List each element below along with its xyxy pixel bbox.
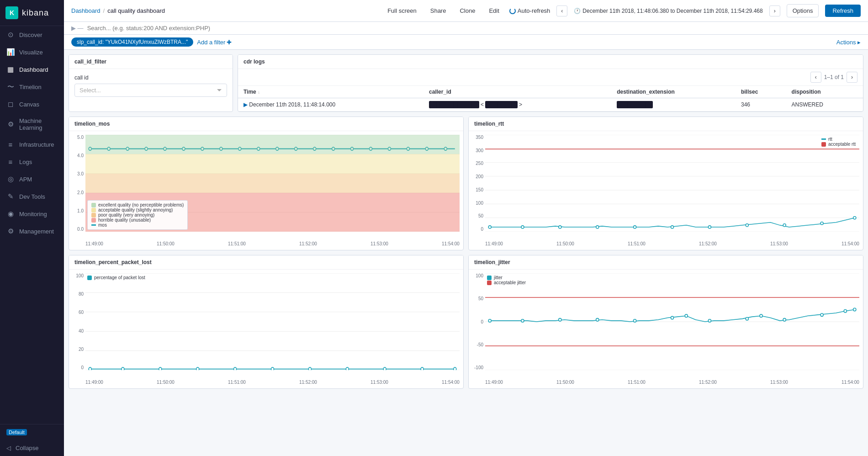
sidebar-item-discover[interactable]: ⊙ Discover — [0, 26, 64, 43]
pkt-x-3: 11:51:00 — [228, 380, 246, 385]
sidebar-item-management[interactable]: ⚙ Management — [0, 223, 64, 240]
refresh-button[interactable]: Refresh — [825, 5, 861, 17]
clock-icon: 🕐 — [574, 8, 581, 14]
add-filter-button[interactable]: Add a filter ✚ — [197, 39, 232, 46]
sidebar-item-devtools[interactable]: ✎ Dev Tools — [0, 188, 64, 205]
cdr-col-time[interactable]: Time ↓ — [238, 86, 423, 98]
svg-point-45 — [853, 217, 856, 219]
y-label-50: 5.0 — [71, 135, 84, 140]
caller-id-redacted: ████████████ — [429, 101, 479, 108]
sidebar: K kibana ⊙ Discover 📊 Visualize ▦ Dashbo… — [0, 0, 64, 456]
sidebar-item-timelion[interactable]: 〜 Timelion — [0, 78, 64, 95]
sidebar-item-dashboard[interactable]: ▦ Dashboard — [0, 61, 64, 78]
clone-button[interactable]: Clone — [456, 5, 479, 16]
next-time-button[interactable]: › — [769, 5, 780, 16]
svg-point-54 — [159, 367, 162, 370]
logs-icon: ≡ — [6, 158, 15, 166]
sidebar-item-visualize[interactable]: 📊 Visualize — [0, 43, 64, 61]
prev-time-button[interactable]: ‹ — [556, 5, 567, 16]
call-id-select[interactable]: Select... — [74, 84, 227, 97]
cdr-col-dest[interactable]: destination_extension — [611, 86, 736, 98]
pkt-y-20: 20 — [71, 347, 84, 352]
discover-icon: ⊙ — [6, 31, 15, 39]
svg-point-40 — [671, 226, 673, 228]
timelion-jitter-panel: timelion_jitter 100 50 0 -50 -100 — [468, 255, 863, 389]
cdr-prev-button[interactable]: ‹ — [810, 72, 821, 83]
cdr-col-caller[interactable]: caller_id — [423, 86, 611, 98]
sidebar-item-label: Management — [19, 228, 54, 235]
pkt-y-60: 60 — [71, 310, 84, 315]
edit-button[interactable]: Edit — [485, 5, 503, 16]
svg-point-39 — [634, 226, 636, 228]
jitter-x-6: 11:54:00 — [842, 380, 859, 385]
jitter-legend-jitter: jitter — [487, 275, 526, 280]
breadcrumb-parent[interactable]: Dashboard — [71, 7, 101, 14]
jitter-y-100: 100 — [471, 273, 483, 278]
full-screen-button[interactable]: Full screen — [384, 5, 420, 16]
topbar-actions: Full screen Share Clone Edit Auto-refres… — [384, 4, 861, 17]
sidebar-item-monitoring[interactable]: ◉ Monitoring — [0, 205, 64, 223]
plus-icon: ✚ — [227, 39, 232, 46]
sidebar-item-label: Timelion — [19, 84, 42, 90]
options-button[interactable]: Options — [787, 4, 819, 17]
share-button[interactable]: Share — [427, 5, 450, 16]
timelion-rtt-panel: timelion_rtt 350 300 250 200 150 100 50 … — [468, 117, 863, 250]
sidebar-item-label: Canvas — [19, 101, 39, 108]
sidebar-item-collapse[interactable]: ◁ Collapse — [0, 440, 64, 456]
rtt-y-250: 250 — [471, 161, 483, 166]
apm-icon: ◎ — [6, 175, 15, 183]
jitter-x-4: 11:52:00 — [699, 380, 717, 385]
jitter-chart-svg — [485, 273, 859, 370]
svg-point-42 — [746, 224, 748, 227]
dest-ext-redacted: ████████ — [617, 101, 652, 108]
svg-point-52 — [89, 367, 91, 370]
filter-tag[interactable]: slp_call_id: "YUkO41NXyfUmxuZlWzBTRA..." — [71, 37, 193, 47]
rtt-x-6: 11:54:00 — [842, 241, 859, 246]
sidebar-item-ml[interactable]: ⚙ Machine Learning — [0, 113, 64, 136]
svg-point-53 — [122, 367, 124, 370]
svg-point-57 — [271, 367, 274, 370]
svg-point-73 — [596, 318, 599, 321]
y-label-00: 0.0 — [71, 227, 84, 232]
rtt-y-350: 350 — [471, 135, 483, 140]
jitter-x-3: 11:51:00 — [628, 380, 646, 385]
pkt-x-2: 11:50:00 — [157, 380, 175, 385]
jitter-x-2: 11:50:00 — [556, 380, 574, 385]
topbar: Dashboard / call quality dashboard Full … — [64, 0, 868, 22]
search-input[interactable] — [87, 25, 861, 32]
svg-point-76 — [685, 314, 688, 317]
rtt-y-300: 300 — [471, 148, 483, 153]
cdr-col-billsec[interactable]: billsec — [736, 86, 786, 98]
filter-bar: slp_call_id: "YUkO41NXyfUmxuZlWzBTRA..."… — [64, 35, 868, 50]
expand-row-button[interactable]: ▶ — [243, 101, 248, 108]
sidebar-item-label: Infrastructure — [19, 141, 54, 148]
rtt-y-200: 200 — [471, 174, 483, 179]
breadcrumb-current: call quality dashboard — [107, 7, 165, 14]
search-prompt-icon: ▶ — — [71, 25, 84, 32]
sidebar-item-label: APM — [19, 176, 32, 183]
auto-refresh-control[interactable]: Auto-refresh — [509, 7, 550, 14]
sidebar-item-default[interactable]: Default — [0, 424, 64, 440]
cdr-table: Time ↓ caller_id destination_extension b… — [238, 86, 863, 111]
table-row: ▶ December 11th 2018, 11:48:14.000 █████… — [238, 98, 863, 111]
x-label-2: 11:50:00 — [157, 241, 175, 246]
cdr-next-button[interactable]: › — [847, 72, 857, 83]
sidebar-item-logs[interactable]: ≡ Logs — [0, 153, 64, 170]
call-id-label: call id — [74, 74, 227, 81]
packet-chart-svg — [85, 273, 460, 370]
rtt-chart-svg — [485, 135, 859, 232]
cdr-pagination: ‹ 1–1 of 1 › — [238, 69, 863, 86]
cdr-cell-expand: ▶ December 11th 2018, 11:48:14.000 — [238, 98, 423, 111]
cdr-col-disposition[interactable]: disposition — [786, 86, 863, 98]
dashboard-row-1: call_id_filter call id Select... cdr log… — [69, 54, 863, 112]
svg-point-61 — [421, 367, 423, 370]
sidebar-item-label: Machine Learning — [19, 117, 58, 131]
actions-link[interactable]: Actions ▸ — [836, 39, 861, 46]
sidebar-item-canvas[interactable]: ◻ Canvas — [0, 95, 64, 113]
svg-point-82 — [844, 310, 847, 313]
x-label-3: 11:51:00 — [228, 241, 246, 246]
sidebar-item-label: Discover — [19, 32, 42, 38]
default-badge: Default — [6, 429, 27, 435]
sidebar-item-apm[interactable]: ◎ APM — [0, 170, 64, 188]
sidebar-item-infrastructure[interactable]: ≡ Infrastructure — [0, 136, 64, 153]
